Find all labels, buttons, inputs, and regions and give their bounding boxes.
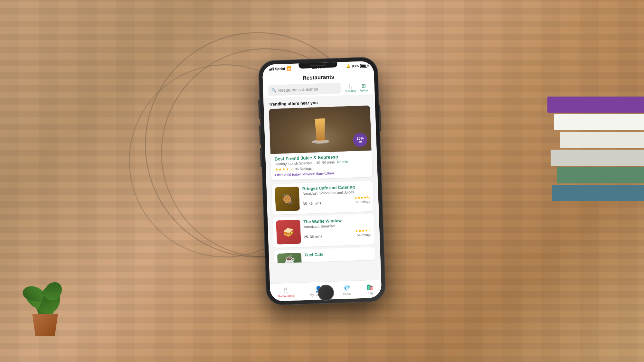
phone-device: Sprint 📶 8:54 AM 🔔 83% Restaurants [258,57,386,305]
battery-fill [361,64,365,67]
restaurant-item-fuel[interactable]: Fuel Cafe [274,247,375,263]
carrier-name: Sprint [275,66,285,70]
status-left: Sprint 📶 [269,66,291,71]
fuel-image [277,253,302,263]
nav-bag-icon: 🛍️ [366,283,374,291]
nav-restaurants-icon: 🍴 [282,286,289,294]
waffle-food-image [276,219,301,245]
trending-title: Trending offers near you [269,100,318,107]
phone-screen: Sprint 📶 8:54 AM 🔔 83% Restaurants [262,61,382,302]
signal-bar-4 [273,67,274,70]
discount-off-label: off [358,140,362,143]
juice-glass-illustration [312,112,328,141]
nav-bag-label: Bag [367,291,373,295]
status-right: 🔔 83% [346,63,367,68]
restaurant-list: Bridges Cafe and Catering Breakfast, Smo… [266,180,381,283]
featured-card-info: Best Friend Juice & Espresso Healthy, Lu… [270,150,373,180]
nav-restaurants-label: Restaurants [278,294,294,298]
battery-pct: 83% [352,64,359,68]
bridges-delivery-time: 35–45 mins [303,201,321,206]
waffle-stars: ★★★★☆ [355,228,371,233]
refine-icon: ⊞ [362,82,366,88]
plant-decoration [19,272,77,336]
featured-stars: ★★★★ [275,167,289,172]
restaurant-item-waffle[interactable]: The Waffle Window American, Breakfast 25… [273,214,375,248]
signal-bar-1 [269,69,270,70]
signal-bar-3 [271,68,272,70]
bridges-stars: ★★★★½ [354,195,370,200]
waffle-ratings-count: 54 ratings [357,233,371,237]
nav-perks-label: Perks [343,292,351,295]
signal-bar-2 [270,69,271,70]
bridges-image [275,186,300,211]
cuisines-icon: 🍴 [347,83,354,89]
featured-cuisine: Healthy, Lunch Specials [275,161,313,166]
discount-percent: 25% [356,136,364,140]
app-header: Restaurants 🔍 Restaurants & dishes 🍴 Cui… [262,70,374,98]
bridges-food-image [275,186,300,211]
phone-frame: Sprint 📶 8:54 AM 🔔 83% Restaurants [258,57,386,305]
search-icon: 🔍 [271,88,276,93]
scroll-content: Trending offers near you 25% [263,94,381,283]
waffle-details: The Waffle Window American, Breakfast 25… [303,217,371,243]
search-placeholder-text: Restaurants & dishes [278,86,318,92]
wifi-icon: 📶 [286,66,291,71]
featured-restaurant-card[interactable]: 25% off Best Friend Juice & Espresso Hea… [269,105,373,180]
bridges-bottom: 35–45 mins ★★★★½ 29 ratings [303,195,370,205]
featured-ratings-count: 85 Ratings [295,166,312,171]
featured-image: 25% off [269,105,372,154]
restaurant-item-bridges[interactable]: Bridges Cafe and Catering Breakfast, Smo… [271,181,374,215]
signal-bars [269,67,274,71]
app-content: Restaurants 🔍 Restaurants & dishes 🍴 Cui… [262,70,382,302]
header-actions: 🍴 Cuisines ⊞ Refine [343,81,370,93]
books-decoration [541,97,644,225]
nav-restaurants[interactable]: 🍴 Restaurants [275,285,297,299]
featured-min-order: No min [337,160,348,164]
featured-delivery-time: 40–50 mins [316,160,335,164]
nav-bag[interactable]: 🛍️ Bag [364,282,376,296]
bridges-rating: ★★★★½ 29 ratings [354,195,370,204]
cuisines-button[interactable]: 🍴 Cuisines [343,82,357,93]
fuel-food-image [277,253,302,263]
refine-button[interactable]: ⊞ Refine [358,81,369,93]
battery-icon [360,64,367,68]
fuel-details: Fuel Cafe [305,250,372,259]
nav-perks-icon: 💎 [343,284,350,292]
refine-label: Refine [360,88,368,92]
cuisines-label: Cuisines [345,89,356,93]
waffle-rating: ★★★★☆ 54 ratings [355,228,371,237]
bridges-details: Bridges Cafe and Catering Breakfast, Smo… [302,184,370,210]
bridges-ratings-count: 29 ratings [356,200,370,204]
waffle-delivery-time: 25–35 mins [304,234,322,239]
speaker [310,64,326,66]
glass-body [314,118,326,141]
search-bar[interactable]: 🔍 Restaurants & dishes [268,82,341,96]
search-row: 🔍 Restaurants & dishes 🍴 Cuisines ⊞ Refi… [268,81,369,96]
alarm-icon: 🔔 [346,64,350,68]
nav-perks[interactable]: 💎 Perks [340,283,353,297]
fuel-name: Fuel Cafe [305,250,372,257]
featured-half-star: ½ [290,167,293,171]
waffle-bottom: 25–35 mins ★★★★☆ 54 ratings [304,228,371,238]
app-title: Restaurants [268,72,369,82]
waffle-image [276,219,301,245]
